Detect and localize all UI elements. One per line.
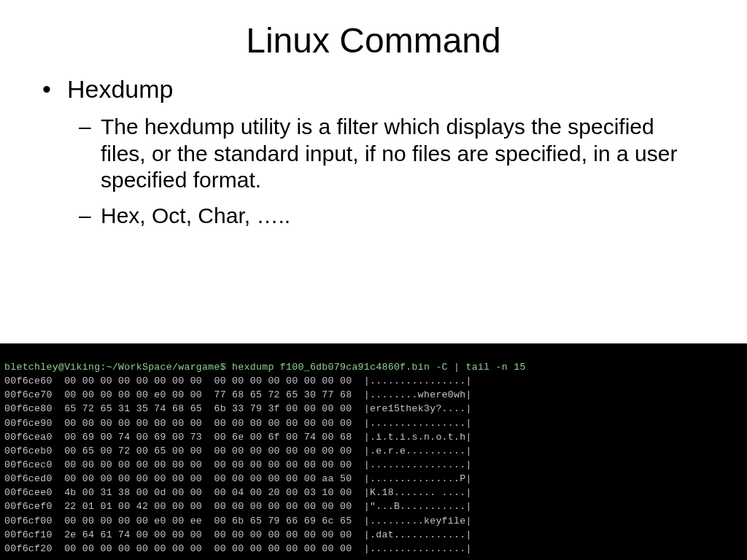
terminal-prompt: bletchley@Viking:~/WorkSpace/wargame$ he… [4,362,526,373]
hexdump-rows: 00f6ce60 00 00 00 00 00 00 00 00 00 00 0… [4,374,743,556]
bullet-hexdump: Hexdump [42,75,705,104]
terminal-output: bletchley@Viking:~/WorkSpace/wargame$ he… [0,343,747,560]
slide: Linux Command Hexdump The hexdump utilit… [0,0,747,560]
bullet-formats: Hex, Oct, Char, ….. [42,203,705,230]
slide-content: Hexdump The hexdump utility is a filter … [0,75,747,229]
bullet-description: The hexdump utility is a filter which di… [42,114,705,194]
slide-title: Linux Command [0,0,747,75]
